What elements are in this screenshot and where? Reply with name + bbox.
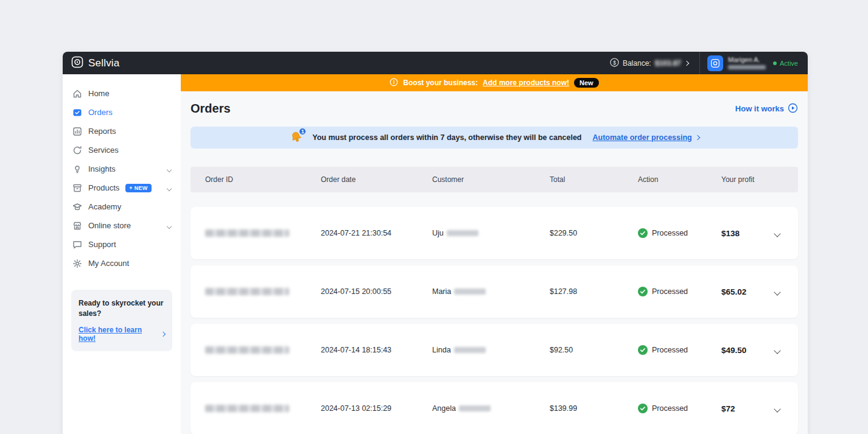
sellvia-logo-icon (71, 56, 83, 71)
top-bar: Sellvia $ Balance: $103.87 Marigen A. (63, 52, 808, 74)
sidebar-promo-title: Ready to skyrocket your sales? (79, 298, 165, 320)
sidebar-item-online-store[interactable]: Online store (63, 216, 181, 235)
col-customer: Customer (432, 175, 550, 184)
order-profit: $138 (721, 229, 761, 238)
home-icon (72, 89, 82, 99)
dollar-circle-icon: $ (610, 58, 619, 69)
col-order-id: Order ID (205, 175, 321, 184)
customer-first-name: Linda (432, 346, 451, 354)
process-deadline-notice: 1 You must process all orders within 7 d… (191, 127, 798, 149)
sidebar-item-home[interactable]: Home (63, 84, 181, 103)
sellvia-logo[interactable]: Sellvia (71, 56, 119, 71)
order-date: 2024-07-13 02:15:29 (321, 404, 432, 413)
user-meta: Marigen A. (728, 57, 766, 69)
notice-text: You must process all orders within 7 day… (312, 133, 581, 142)
sidebar-item-orders[interactable]: Orders (63, 103, 181, 122)
sidebar-item-reports[interactable]: Reports (63, 122, 181, 141)
status-label: Processed (652, 287, 688, 296)
sidebar-item-label: Reports (88, 127, 116, 136)
status-label: Active (780, 60, 798, 67)
customer-last-name-redacted (454, 347, 486, 353)
new-badge: + NEW (125, 184, 151, 192)
customer-last-name-redacted (459, 405, 491, 411)
main-content: Orders How it works 1 You must process a… (181, 91, 808, 434)
check-circle-icon (638, 345, 648, 355)
avatar (707, 55, 723, 71)
sidebar-item-my-account[interactable]: My Account (63, 254, 181, 273)
check-circle-icon (638, 287, 648, 296)
order-id-redacted (205, 229, 289, 237)
expand-row-button[interactable] (771, 399, 783, 418)
insights-lightbulb-icon (72, 164, 82, 174)
customer-first-name: Angela (432, 404, 456, 413)
how-it-works-link[interactable]: How it works (735, 103, 798, 115)
order-status: Processed (638, 345, 721, 355)
sidebar-item-academy[interactable]: Academy (63, 197, 181, 216)
expand-row-button[interactable] (771, 341, 783, 359)
chevron-right-icon (161, 332, 166, 337)
products-icon (72, 183, 82, 193)
sidebar-promo-link[interactable]: Click here to learn how! (79, 326, 165, 343)
sidebar-item-label: Insights (88, 164, 116, 173)
active-dot-icon (773, 61, 777, 65)
order-date: 2024-07-15 20:00:55 (321, 287, 432, 296)
user-menu[interactable]: Marigen A. Active (699, 52, 808, 74)
chevron-right-icon (684, 60, 689, 65)
sidebar-item-label: Support (88, 240, 116, 249)
sidebar-item-label: Home (88, 89, 110, 98)
sidebar-promo-card: Ready to skyrocket your sales? Click her… (71, 290, 172, 351)
sidebar-item-products[interactable]: Products + NEW (63, 178, 181, 197)
customer-cell: Linda (432, 346, 550, 354)
check-circle-icon (638, 404, 648, 413)
table-row[interactable]: 2024-07-14 18:15:43 Linda $92.50 Process… (191, 324, 798, 376)
app-window: Sellvia $ Balance: $103.87 Marigen A. (63, 52, 808, 434)
balance-value: $103.87 (655, 59, 681, 68)
order-status: Processed (638, 228, 721, 238)
order-date: 2024-07-14 18:15:43 (321, 346, 432, 354)
col-action: Action (638, 175, 721, 184)
col-total: Total (550, 175, 638, 184)
sidebar-item-support[interactable]: Support (63, 235, 181, 254)
table-row[interactable]: 2024-07-13 02:15:29 Angela $139.99 Proce… (191, 382, 798, 434)
bell-icon: 1 (289, 130, 305, 145)
order-id-redacted (205, 405, 289, 412)
academy-icon (72, 202, 82, 212)
status-badge: Active (773, 60, 798, 67)
table-row[interactable]: 2024-07-21 21:30:54 Uju $229.50 Processe… (191, 207, 798, 259)
customer-cell: Maria (432, 287, 550, 296)
sidebar-item-label: Academy (88, 202, 121, 211)
add-products-link[interactable]: Add more products now! (483, 79, 569, 87)
status-label: Processed (652, 404, 688, 413)
sidebar-item-label: Services (88, 145, 119, 155)
bell-badge-count: 1 (298, 127, 307, 136)
customer-cell: Uju (432, 229, 550, 237)
order-total: $92.50 (550, 346, 638, 354)
order-status: Processed (638, 287, 721, 296)
customer-last-name-redacted (447, 230, 478, 236)
sidebar-item-label: Online store (88, 221, 131, 230)
sidebar-item-services[interactable]: Services (63, 141, 181, 159)
user-domain-redacted (728, 65, 766, 69)
table-row[interactable]: 2024-07-15 20:00:55 Maria $127.98 Proces… (191, 265, 798, 318)
user-name: Marigen A. (728, 57, 766, 63)
svg-text:$: $ (613, 59, 616, 65)
check-circle-icon (638, 228, 648, 238)
sidebar-item-label: My Account (88, 259, 129, 268)
sidebar-item-insights[interactable]: Insights (63, 159, 181, 178)
expand-row-button[interactable] (771, 224, 783, 242)
play-circle-icon (788, 103, 798, 115)
customer-cell: Angela (432, 404, 550, 413)
topbar-right: $ Balance: $103.87 Marigen A. Active (610, 52, 808, 74)
order-id-redacted (205, 288, 289, 295)
customer-first-name: Maria (432, 287, 451, 296)
chevron-right-icon (695, 135, 700, 140)
balance-widget[interactable]: $ Balance: $103.87 (610, 58, 688, 69)
page-title: Orders (191, 102, 231, 116)
table-header: Order ID Order date Customer Total Actio… (191, 167, 798, 192)
automate-processing-link[interactable]: Automate order processing (593, 133, 699, 142)
order-date: 2024-07-21 21:30:54 (321, 229, 432, 237)
expand-row-button[interactable] (771, 282, 783, 301)
order-id-redacted (205, 346, 289, 354)
new-pill-badge[interactable]: New (574, 78, 599, 88)
reports-icon (72, 127, 82, 136)
